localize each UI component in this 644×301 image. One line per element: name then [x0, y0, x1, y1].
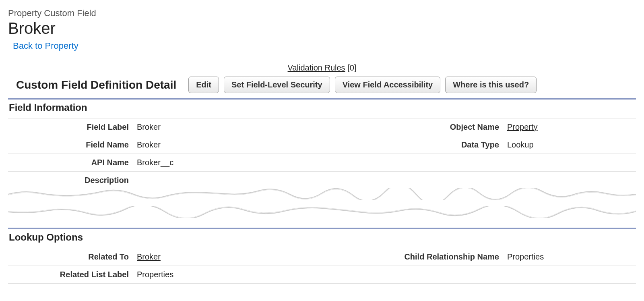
object-name-label: Object Name — [394, 118, 507, 136]
torn-edge-icon — [8, 188, 636, 200]
set-field-level-security-button[interactable]: Set Field-Level Security — [224, 77, 330, 93]
torn-paper-break — [8, 185, 636, 225]
field-label-label: Field Label — [8, 118, 137, 136]
child-relationship-name-label: Child Relationship Name — [366, 248, 507, 266]
related-list-label-value: Properties — [137, 266, 366, 284]
view-field-accessibility-button[interactable]: View Field Accessibility — [335, 77, 441, 93]
where-is-this-used-button[interactable]: Where is this used? — [445, 77, 537, 93]
data-type-label: Data Type — [394, 136, 507, 154]
table-row: Field Label Broker Object Name Property — [8, 118, 636, 136]
related-list-label-label: Related List Label — [8, 266, 137, 284]
table-row: Related To Broker Child Relationship Nam… — [8, 248, 636, 266]
validation-rules-anchor[interactable]: Validation Rules [0] — [288, 63, 357, 72]
related-to-label: Related To — [8, 248, 137, 266]
field-name-label: Field Name — [8, 136, 137, 154]
field-information-table: Field Label Broker Object Name Property … — [8, 118, 636, 189]
table-row: Field Name Broker Data Type Lookup — [8, 136, 636, 154]
object-name-value: Property — [507, 118, 636, 136]
page-title: Broker — [8, 19, 636, 37]
detail-header-row: Custom Field Definition Detail Edit Set … — [8, 77, 636, 93]
section-divider — [8, 98, 636, 100]
lookup-options-table: Related To Broker Child Relationship Nam… — [8, 248, 636, 284]
table-row: Related List Label Properties — [8, 266, 636, 284]
field-label-value: Broker — [137, 118, 394, 136]
detail-header-title: Custom Field Definition Detail — [16, 79, 176, 91]
lookup-options-section-title: Lookup Options — [8, 232, 636, 243]
torn-edge-icon — [8, 206, 636, 218]
api-name-value: Broker__c — [137, 154, 394, 172]
object-name-link[interactable]: Property — [507, 122, 538, 131]
validation-rules-label: Validation Rules — [288, 63, 345, 72]
section-divider — [8, 228, 636, 229]
table-row: API Name Broker__c — [8, 154, 636, 172]
edit-button[interactable]: Edit — [188, 77, 219, 93]
page-header: Property Custom Field Broker Back to Pro… — [8, 8, 636, 59]
related-to-value: Broker — [137, 248, 366, 266]
field-name-value: Broker — [137, 136, 394, 154]
data-type-value: Lookup — [507, 136, 636, 154]
field-information-section-title: Field Information — [8, 102, 636, 113]
button-row: Edit Set Field-Level Security View Field… — [188, 77, 537, 93]
child-relationship-name-value: Properties — [507, 248, 636, 266]
back-to-property-link[interactable]: Back to Property — [13, 41, 78, 51]
validation-rules-count: [0] — [347, 63, 356, 72]
related-to-link[interactable]: Broker — [137, 252, 161, 261]
api-name-label: API Name — [8, 154, 137, 172]
anchor-links: Validation Rules [0] — [8, 63, 636, 73]
page-subtitle: Property Custom Field — [8, 8, 636, 19]
